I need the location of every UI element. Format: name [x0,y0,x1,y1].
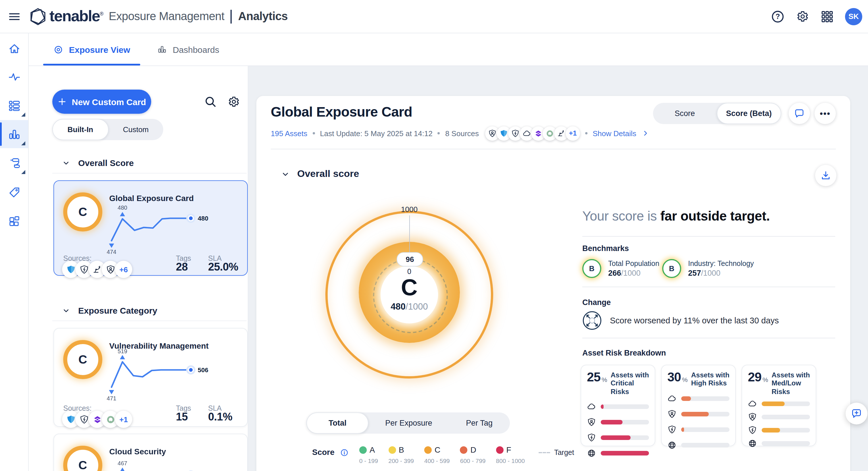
comment-button[interactable] [789,103,810,124]
source-chips: +1 [62,411,132,428]
cloud-icon [668,394,677,403]
overall-score-heading[interactable]: Overall score [281,168,359,180]
legend-dot [496,446,503,453]
benchmark-total-population: B Total Population 266/1000 [582,259,659,278]
benchmark-label: Total Population [608,260,659,268]
tab-dashboards[interactable]: Dashboards [157,33,220,65]
rail-activity-icon[interactable] [0,63,28,91]
toggle-score-beta[interactable]: Score (Beta) [716,103,781,124]
rail-widgets-icon[interactable] [0,207,28,235]
user-avatar[interactable]: SK [845,8,862,25]
legend-grade-d: D 600 - 799 [460,445,486,464]
divider [52,321,247,321]
ellipsis-icon: ••• [820,108,831,118]
more-sources-chip[interactable]: +1 [115,411,132,428]
feedback-button[interactable] [845,403,867,425]
cloud-icon [587,402,596,411]
sources-count: 8 Sources [445,129,479,138]
tab-exposure-view[interactable]: Exposure View [52,33,131,65]
benchmark-label: Industry: Technology [688,260,754,268]
assets-link[interactable]: 195 Assets [271,129,307,138]
card-meta: 195 Assets Last Update: 5 May 2025 at 14… [271,126,650,141]
user-shield-icon [668,409,677,419]
chevron-right-icon[interactable] [642,129,650,137]
legend-dot [460,446,468,453]
info-icon[interactable] [340,448,349,457]
user-shield-icon [587,417,596,427]
gauge-grade: C [326,275,493,299]
rail-tags-icon[interactable] [0,178,28,206]
rail-findings-icon[interactable] [0,91,28,120]
divider [582,287,835,287]
legend-grade-c: C 400 - 599 [424,445,450,464]
asset-risk-breakdown-title: Asset Risk Breakdown [582,349,666,357]
button-label: New Custom Card [72,97,146,106]
rail-home-icon[interactable] [0,34,28,63]
chevron-down-icon [281,170,290,178]
benchmarks-title: Benchmarks [582,244,629,253]
divider [271,149,836,149]
change-text: Score worsened by 11% over the last 30 d… [610,316,779,325]
risk-card-high: 30%Assets with High Risks [661,365,736,446]
divider [52,173,247,173]
toggle-score[interactable]: Score [653,103,716,124]
more-sources-chip[interactable]: +6 [115,261,132,278]
view-tabs: Exposure View Dashboards [29,33,868,66]
score-legend: Score A 0 - 199 B 200 - 399 C [312,445,574,464]
search-icon[interactable] [204,95,217,108]
download-button[interactable] [815,165,836,186]
help-icon[interactable] [771,9,785,23]
section-overall-score[interactable]: Overall Score [62,158,134,168]
registered-mark: ® [100,11,103,16]
score-sparkline: 480 474 480 [104,204,214,255]
more-sources-chip[interactable]: +1 [566,126,580,140]
menu-icon[interactable] [8,10,21,23]
rail-workflows-icon[interactable] [0,149,28,177]
tab-label: Dashboards [173,44,219,54]
toggle-custom[interactable]: Custom [108,119,163,140]
card-cloud-security[interactable]: C Cloud Security 467 [54,434,248,471]
card-vulnerability-management[interactable]: C Vulnerability Management 519 471 506 S… [54,328,248,427]
tab-per-tag[interactable]: Per Tag [449,412,510,434]
new-custom-card-button[interactable]: New Custom Card [52,90,151,114]
shield-lightning-icon [587,433,596,442]
tab-per-exposure[interactable]: Per Exposure [369,412,449,434]
card-global-exposure[interactable]: C Global Exposure Card 480 474 480 Sourc… [54,180,248,276]
section-title: Overall Score [78,158,134,168]
show-details-link[interactable]: Show Details [593,129,636,138]
risk-card-medlow: 29%Assets with Med/Low Risks [742,365,816,446]
settings-gear-icon[interactable] [796,9,809,23]
tab-total[interactable]: Total [306,412,369,434]
svg-text:519: 519 [118,348,127,355]
benchmark-value: 257/1000 [688,269,754,277]
score-verdict: Your score is far outside target. [582,208,770,224]
benchmark-industry: B Industry: Technology 257/1000 [662,259,754,278]
gauge-marker-badge: 96 [397,252,423,267]
card-title: Global Exposure Card [109,194,194,203]
legend-target: Target [538,448,574,457]
dot-separator [312,132,315,134]
gauge-pointer-line [409,215,409,252]
rail-analytics-icon[interactable] [0,120,28,148]
source-chips: +6 [62,261,132,278]
gauge-score: 480/1000 [326,302,493,312]
grade-badge: C [63,340,102,379]
globe-icon [587,448,596,458]
source-chips: +1 [485,126,580,140]
submenu-triangle [21,170,25,174]
last-update: Last Update: 5 May 2025 at 14:12 [320,129,433,138]
section-exposure-category[interactable]: Exposure Category [62,306,157,315]
submenu-triangle [21,141,25,145]
change-row: Score worsened by 11% over the last 30 d… [582,311,779,330]
score-sparkline: 467 [104,457,214,471]
title-divider [231,9,232,23]
divider [582,338,835,338]
dot-separator [438,132,440,134]
panel-settings-gear-icon[interactable] [227,95,240,108]
toggle-built-in[interactable]: Built-In [52,119,108,140]
svg-text:480: 480 [198,215,208,222]
grade-badge: C [63,193,102,232]
app-grid-icon[interactable] [820,9,834,23]
more-actions-button[interactable]: ••• [814,103,836,124]
section-name: Analytics [238,10,288,23]
